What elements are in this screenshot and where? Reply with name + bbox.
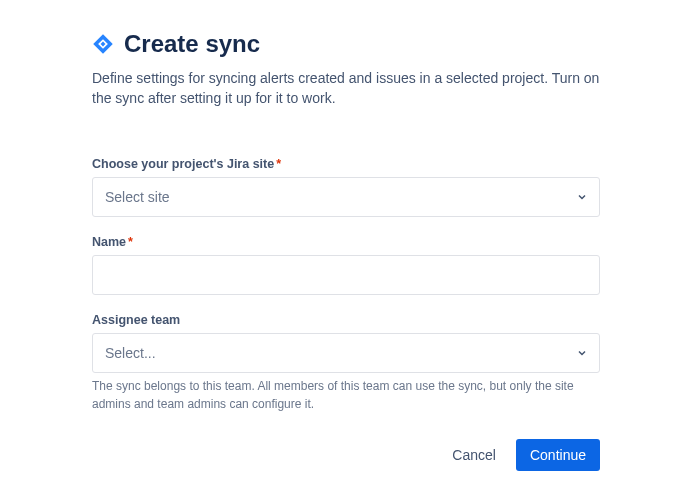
field-group-team: Assignee team Select... The sync belongs… [92, 313, 600, 413]
site-label-text: Choose your project's Jira site [92, 157, 274, 171]
name-label-text: Name [92, 235, 126, 249]
jira-icon [92, 33, 114, 55]
name-label: Name* [92, 235, 600, 249]
team-helper-text: The sync belongs to this team. All membe… [92, 377, 600, 413]
field-group-site: Choose your project's Jira site* Select … [92, 157, 600, 217]
name-input[interactable] [92, 255, 600, 295]
site-select[interactable]: Select site [92, 177, 600, 217]
cancel-button[interactable]: Cancel [438, 439, 510, 471]
site-select-placeholder: Select site [105, 189, 170, 205]
team-label: Assignee team [92, 313, 600, 327]
required-mark: * [276, 157, 281, 171]
dialog-footer: Cancel Continue [92, 439, 600, 471]
dialog-description: Define settings for syncing alerts creat… [92, 68, 600, 109]
required-mark: * [128, 235, 133, 249]
continue-button[interactable]: Continue [516, 439, 600, 471]
site-label: Choose your project's Jira site* [92, 157, 600, 171]
team-select[interactable]: Select... [92, 333, 600, 373]
team-select-placeholder: Select... [105, 345, 156, 361]
field-group-name: Name* [92, 235, 600, 295]
dialog-title: Create sync [124, 30, 260, 58]
dialog-header: Create sync [92, 30, 600, 58]
